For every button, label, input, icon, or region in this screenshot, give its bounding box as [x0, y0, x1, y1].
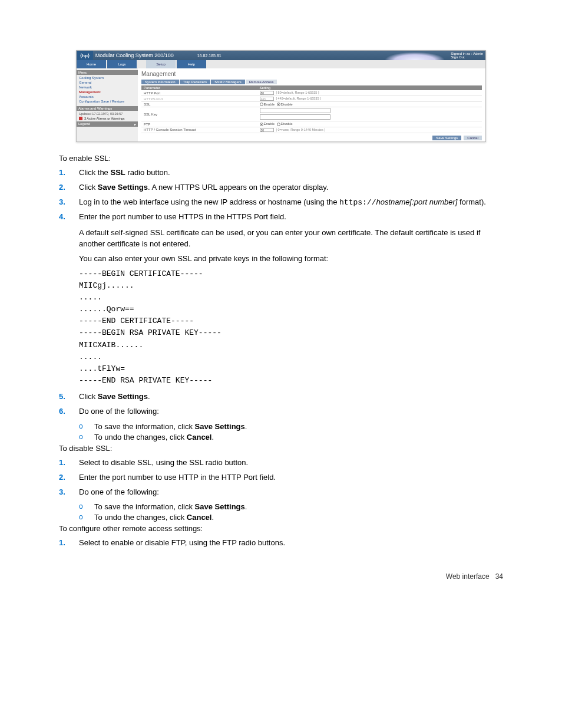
step-3: Log in to the web interface using the ne…: [79, 197, 503, 209]
step-num: 3.: [59, 487, 79, 498]
step-4: Enter the port number to use HTTPS in th…: [79, 212, 503, 223]
side-config-save[interactable]: Configuration Save / Restore: [79, 99, 135, 104]
step-num: 2.: [59, 472, 79, 483]
side-alarms-hdr: Alarms and Warnings: [77, 106, 138, 111]
alarm-icon: [79, 117, 82, 120]
sslkey-textarea[interactable]: [260, 108, 330, 113]
cancel-button[interactable]: Cancel: [464, 136, 482, 140]
side-general[interactable]: General: [79, 80, 135, 85]
https-port-range: [ 443=default, Range 1-65535 ]: [276, 97, 321, 100]
dis-step-1: Select to disable SSL, using the SSL rad…: [79, 457, 503, 469]
enable-ssl-lead: To enable SSL:: [59, 154, 503, 163]
cert-block: -----BEGIN CERTIFICATE----- MIICgj......…: [79, 268, 503, 387]
row-timeout-label: HTTP / Console Session Timeout: [141, 127, 257, 133]
oth-step-1: Select to enable or disable FTP, using t…: [79, 538, 503, 549]
step-4-para-2: You can also enter your own SSL and priv…: [79, 253, 503, 265]
enable-ssl-steps-cont: 5. Click Save Settings. 6. Do one of the…: [59, 391, 503, 417]
subtab-snmp[interactable]: SNMP Managers: [211, 80, 245, 84]
sub-cancel: To undo the changes, click Cancel.: [94, 433, 214, 442]
bullet: o: [79, 433, 94, 442]
step-num: 5.: [59, 391, 79, 403]
bullet: o: [79, 422, 94, 431]
shot-subtabs: System Information Trap Receivers SNMP M…: [141, 80, 482, 84]
page-footer: Web interface 34: [59, 572, 503, 581]
subtab-trap[interactable]: Trap Receivers: [180, 80, 210, 84]
step-4-para-1: A default self-signed SSL certificate ca…: [79, 228, 503, 250]
subtab-sysinfo[interactable]: System Information: [141, 80, 179, 84]
shot-ip: 16.82.185.81: [197, 54, 222, 58]
sub-save: To save the information, click Save Sett…: [94, 422, 247, 431]
sslkey-textarea-2[interactable]: [260, 114, 330, 120]
side-menu-hdr: Menu: [77, 70, 138, 75]
side-updated: Updated 17.02.1970, 03:26:57: [79, 111, 135, 116]
row-ftp-label: FTP: [141, 121, 257, 127]
tab-setup[interactable]: Setup: [146, 60, 176, 68]
side-management[interactable]: Management: [79, 90, 135, 94]
ftp-disable-radio[interactable]: [277, 123, 280, 126]
step-num: 3.: [59, 197, 79, 209]
step-num: 1.: [59, 457, 79, 469]
shot-heading: Management: [141, 71, 482, 77]
col-setting: Setting: [257, 85, 482, 90]
http-port-input[interactable]: 80: [260, 91, 274, 95]
shot-content: Management System Information Trap Recei…: [138, 68, 485, 141]
hp-logo: ⟨hp⟩: [77, 51, 93, 60]
timeout-input[interactable]: 30: [260, 128, 274, 132]
enable-ssl-steps: 1. Click the SSL radio button. 2. Click …: [59, 167, 503, 223]
row-https-port-label: HTTPS Port: [141, 96, 257, 102]
dis-step-3: Do one of the following:: [79, 487, 503, 498]
step-num: 1.: [59, 538, 79, 549]
other-lead: To configure other remote access setting…: [59, 524, 503, 533]
tab-help[interactable]: Help: [177, 60, 206, 68]
bullet: o: [79, 513, 94, 522]
ftp-enable-radio[interactable]: [260, 123, 263, 126]
settings-table: Parameter Setting HTTP Port 80[ 80=defau…: [141, 85, 482, 133]
shot-sky-graphic: [379, 51, 450, 60]
shot-product-title: Modular Cooling System 200/100: [95, 52, 174, 58]
row-http-port-label: HTTP Port: [141, 90, 257, 96]
step-num: 4.: [59, 212, 79, 223]
tab-logs[interactable]: Logs: [107, 60, 137, 68]
sub-save-2: To save the information, click Save Sett…: [94, 502, 247, 511]
screenshot-management-remote-access: ⟨hp⟩ Modular Cooling System 200/100 16.8…: [76, 50, 486, 142]
ssl-disable-radio[interactable]: [277, 103, 280, 106]
sign-out-link[interactable]: Sign Out: [451, 55, 483, 59]
side-accounts[interactable]: Accounts: [79, 94, 135, 99]
shot-signin: Signed in as : Admin Sign Out: [451, 52, 483, 59]
step-2: Click Save Settings. A new HTTPS URL app…: [79, 182, 503, 193]
shot-sidebar: Menu Cooling System General Network Mana…: [77, 68, 138, 141]
row-ssl-label: SSL: [141, 102, 257, 107]
step-1: Click the SSL radio button.: [79, 167, 503, 179]
https-port-input[interactable]: 443: [260, 97, 274, 101]
step-num: 2.: [59, 182, 79, 193]
side-cooling[interactable]: Cooling System: [79, 75, 135, 80]
ssl-enable-radio[interactable]: [260, 103, 263, 106]
step-6: Do one of the following:: [79, 406, 503, 417]
shot-topbar: ⟨hp⟩ Modular Cooling System 200/100 16.8…: [77, 51, 485, 60]
sub-cancel-2: To undo the changes, click Cancel.: [94, 513, 214, 522]
side-legend[interactable]: Legend▸: [77, 121, 138, 127]
step-num: 6.: [59, 406, 79, 417]
dis-step-2: Enter the port number to use HTTP in the…: [79, 472, 503, 483]
col-parameter: Parameter: [141, 85, 257, 90]
save-settings-button[interactable]: Save Settings: [432, 136, 461, 140]
disable-ssl-lead: To disable SSL:: [59, 444, 503, 453]
shot-toptabs: Home Logs Setup Help: [77, 60, 485, 68]
tab-home[interactable]: Home: [77, 60, 106, 68]
other-steps: 1. Select to enable or disable FTP, usin…: [59, 538, 503, 549]
timeout-range: [ 0=none, Range 0-1440 Minutes ]: [276, 128, 325, 131]
disable-ssl-steps: 1. Select to disable SSL, using the SSL …: [59, 457, 503, 498]
bullet: o: [79, 502, 94, 511]
subtab-remote[interactable]: Remote Access: [246, 80, 277, 84]
dis-step-3-sub: o To save the information, click Save Se…: [79, 502, 503, 522]
step-5: Click Save Settings.: [79, 391, 503, 403]
side-active-alarms[interactable]: 3 Active Alarms or Warnings: [79, 116, 135, 121]
row-sslkey-label: SSL Key: [141, 107, 257, 121]
step-6-sub: o To save the information, click Save Se…: [79, 422, 503, 442]
side-network[interactable]: Network: [79, 85, 135, 90]
step-num: 1.: [59, 167, 79, 179]
http-port-range: [ 80=default, Range 1-65535 ]: [276, 91, 319, 94]
